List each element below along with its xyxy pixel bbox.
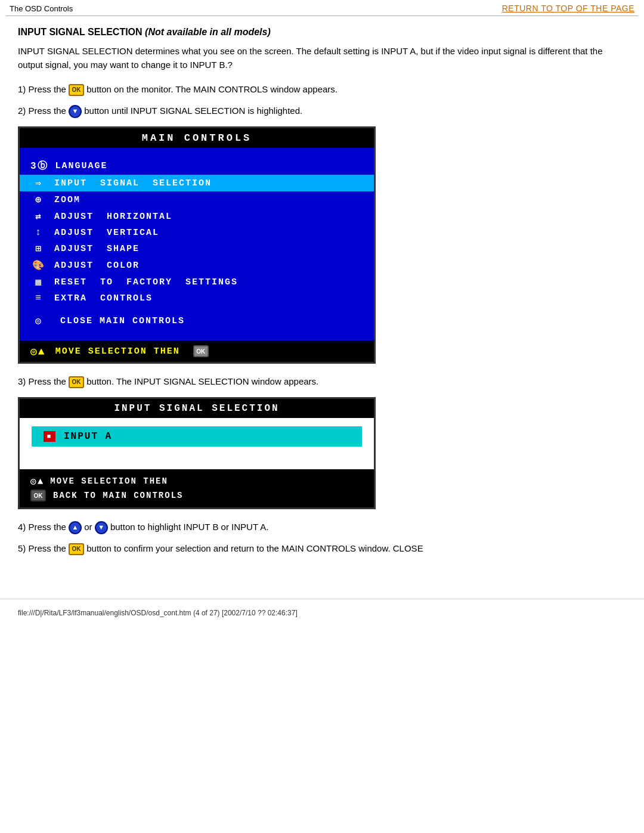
section-title: INPUT SIGNAL SELECTION (Not available in… bbox=[18, 27, 626, 38]
osd-item-adjust-horizontal: ⇄ ADJUST HORIZONTAL bbox=[20, 208, 374, 225]
ok-button-icon-1: OK bbox=[69, 84, 84, 96]
down-button-icon-1: ▼ bbox=[69, 105, 82, 118]
osd-item-adjust-shape: ⊞ ADJUST SHAPE bbox=[20, 240, 374, 257]
osd-menu: 3ⓑ LANGUAGE ⇒ INPUT SIGNAL SELECTION ⊕ Z… bbox=[20, 148, 374, 336]
vertical-icon: ↕ bbox=[30, 227, 47, 238]
osd-footer: ◎▲ MOVE SELECTION THEN OK bbox=[20, 340, 374, 362]
osd-item-reset: ▦ RESET TO FACTORY SETTINGS bbox=[20, 274, 374, 290]
iss-move-icons: ◎▲ bbox=[30, 475, 44, 487]
input-signal-icon: ⇒ bbox=[30, 177, 47, 189]
description: INPUT SIGNAL SELECTION determines what y… bbox=[18, 45, 626, 72]
step5: 5) Press the OK button to confirm your s… bbox=[18, 541, 626, 556]
osd-item-extra-controls: ≡ EXTRA CONTROLS bbox=[20, 290, 374, 306]
iss-empty-row bbox=[26, 451, 368, 469]
zoom-icon: ⊕ bbox=[30, 194, 47, 206]
top-bar: The OSD Controls RETURN TO TOP OF THE PA… bbox=[0, 0, 644, 16]
main-content: INPUT SIGNAL SELECTION (Not available in… bbox=[0, 16, 644, 581]
input-signal-selection-box: INPUT SIGNAL SELECTION ■ INPUT A ◎▲ MOVE… bbox=[18, 397, 376, 509]
extra-controls-icon: ≡ bbox=[30, 293, 47, 304]
ok-icon-footer: OK bbox=[193, 345, 209, 357]
osd-item-input-signal: ⇒ INPUT SIGNAL SELECTION bbox=[20, 175, 374, 191]
osd-item-language: 3ⓑ LANGUAGE bbox=[20, 157, 374, 175]
osd-item-adjust-vertical: ↕ ADJUST VERTICAL bbox=[20, 225, 374, 240]
footer-path: file:///D|/Rita/LF3/lf3manual/english/OS… bbox=[18, 609, 298, 617]
footer-bar: file:///D|/Rita/LF3/lf3manual/english/OS… bbox=[0, 599, 644, 627]
main-controls-title: MAIN CONTROLS bbox=[20, 128, 374, 148]
horizontal-icon: ⇄ bbox=[30, 210, 47, 222]
return-to-top-link[interactable]: RETURN TO TOP OF THE PAGE bbox=[502, 4, 634, 13]
ok-button-icon-3: OK bbox=[69, 376, 84, 388]
top-bar-left: The OSD Controls bbox=[10, 4, 73, 13]
close-icon: ◎ bbox=[30, 315, 47, 327]
move-icons: ◎▲ bbox=[30, 345, 46, 358]
shape-icon: ⊞ bbox=[30, 243, 47, 255]
reset-icon: ▦ bbox=[30, 276, 47, 288]
iss-content: ■ INPUT A bbox=[20, 418, 374, 469]
osd-item-adjust-color: 🎨 ADJUST COLOR bbox=[20, 257, 374, 274]
step4: 4) Press the ▲ or ▼ button to highlight … bbox=[18, 520, 626, 534]
osd-close-row: ◎ CLOSE MAIN CONTROLS bbox=[20, 311, 374, 331]
step2: 2) Press the ▼ button until INPUT SIGNAL… bbox=[18, 104, 626, 118]
main-controls-box: MAIN CONTROLS 3ⓑ LANGUAGE ⇒ INPUT SIGNAL… bbox=[18, 126, 376, 364]
down-button-icon-2: ▼ bbox=[95, 521, 108, 534]
iss-footer-row-1: ◎▲ MOVE SELECTION THEN bbox=[30, 474, 363, 488]
input-a-icon: ■ bbox=[44, 431, 55, 442]
iss-ok-icon: OK bbox=[30, 490, 46, 501]
iss-item-input-a: ■ INPUT A bbox=[32, 426, 362, 447]
step3: 3) Press the OK button. The INPUT SIGNAL… bbox=[18, 374, 626, 389]
iss-footer-row-2: OK BACK TO MAIN CONTROLS bbox=[30, 488, 363, 503]
iss-title: INPUT SIGNAL SELECTION bbox=[20, 399, 374, 418]
osd-item-zoom: ⊕ ZOOM bbox=[20, 191, 374, 208]
iss-footer: ◎▲ MOVE SELECTION THEN OK BACK TO MAIN C… bbox=[20, 469, 374, 507]
ok-button-icon-5: OK bbox=[69, 543, 84, 555]
language-icon: 3ⓑ bbox=[30, 160, 48, 172]
up-button-icon: ▲ bbox=[69, 521, 82, 534]
step1: 1) Press the OK button on the monitor. T… bbox=[18, 82, 626, 97]
color-icon: 🎨 bbox=[30, 259, 47, 271]
